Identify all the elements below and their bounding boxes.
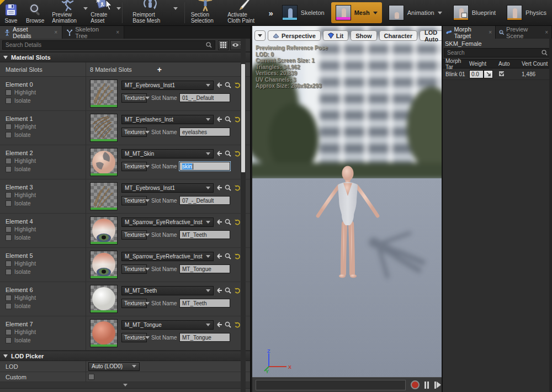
activate-cloth-paint-button[interactable]: Activate Cloth Paint [224,0,264,25]
slot-name-field[interactable]: 07_-_Default [179,196,230,205]
reimport-base-mesh-button[interactable]: Reimport Base Mesh [125,0,182,25]
highlight-checkbox[interactable] [6,89,12,96]
highlight-checkbox[interactable] [6,192,12,198]
mesh-dropdown-icon[interactable] [373,12,378,14]
reset-to-default-icon[interactable] [234,116,241,123]
lod-auto-button[interactable]: LOD Auto [420,30,442,41]
add-material-slot-button[interactable]: + [157,65,162,74]
pause-button[interactable] [424,382,429,389]
perspective-button[interactable]: Perspective [268,30,321,41]
browse-to-asset-icon[interactable] [225,116,231,123]
left-panel-scrollbar[interactable] [241,39,246,392]
use-selected-asset-icon[interactable] [216,82,222,88]
highlight-checkbox[interactable] [6,329,12,335]
use-selected-asset-icon[interactable] [216,253,222,259]
section-selection-button[interactable]: Section Selection [187,0,224,25]
use-selected-asset-icon[interactable] [216,219,222,225]
browse-to-asset-icon[interactable] [225,287,231,294]
col-weight[interactable]: Weight [469,61,498,67]
viewport-options-button[interactable] [254,30,266,41]
reset-to-default-icon[interactable] [234,321,241,328]
close-tab-icon[interactable]: × [489,29,492,35]
create-asset-button[interactable]: Create Asset [87,0,120,25]
material-select[interactable]: M_Sparrow_EyeRefractive_Inst [121,252,214,261]
isolate-checkbox[interactable] [6,132,12,138]
thumb-sphere-pink[interactable] [90,319,118,347]
material-slots-header[interactable]: Material Slots [0,52,250,62]
use-selected-asset-icon[interactable] [216,321,222,328]
isolate-checkbox[interactable] [6,337,12,343]
slot-name-field[interactable]: MT_Tongue [179,264,230,273]
preview-viewport[interactable]: Perspective Lit Show Character LOD Auto … [252,26,442,392]
slot-name-field[interactable]: MT_Tongue [179,333,230,342]
thumb-eyelashes[interactable] [90,114,118,142]
slot-name-field[interactable]: skin [179,162,230,171]
timeline-scrubber[interactable] [256,380,406,390]
browse-to-asset-icon[interactable] [225,150,231,157]
thumb-eyebrows[interactable] [90,80,118,108]
morph-target-row[interactable]: Blink 01 0.0 1,486 [443,68,552,80]
animation-dropdown-icon[interactable] [438,12,442,14]
browse-button[interactable]: Browse [22,0,48,25]
display-filter-grid-button[interactable] [218,40,229,50]
use-selected-asset-icon[interactable] [216,184,222,191]
isolate-checkbox[interactable] [6,235,12,241]
textures-button[interactable]: Textures [121,299,147,308]
material-select[interactable]: M_MT_Tongue [121,320,214,330]
browse-to-asset-icon[interactable] [225,321,231,328]
textures-button[interactable]: Textures [121,230,147,240]
mode-tab-skeleton[interactable]: Skeleton [278,2,329,23]
browse-to-asset-icon[interactable] [225,82,231,88]
col-auto[interactable]: Auto [498,61,522,67]
close-tab-icon[interactable]: × [116,29,119,35]
textures-button[interactable]: Textures [121,196,147,205]
morph-target-search-input[interactable]: Search [444,48,551,57]
slot-name-field[interactable]: MT_Teeth [179,299,230,308]
material-select[interactable]: MT_Eyebrows_Inst1 [121,81,214,90]
mode-tab-mesh[interactable]: Mesh [331,2,382,23]
reset-to-default-icon[interactable] [234,253,241,259]
search-details-input[interactable]: Search Details [2,40,215,50]
details-expander[interactable] [0,382,250,389]
reimport-dropdown-icon[interactable] [173,10,178,16]
close-tab-icon[interactable]: × [545,29,548,35]
material-select[interactable]: MT_Eyelashes_Inst [121,115,214,124]
use-selected-asset-icon[interactable] [216,150,222,157]
preview-animation-button[interactable]: Preview Animation [48,0,87,25]
isolate-checkbox[interactable] [6,98,12,104]
isolate-checkbox[interactable] [6,303,12,309]
material-select[interactable]: M_Sparrow_EyeRefractive_Inst [121,218,214,227]
textures-button[interactable]: Textures [121,93,147,103]
reset-to-default-icon[interactable] [234,219,241,225]
reset-to-default-icon[interactable] [234,287,241,294]
custom-checkbox[interactable] [88,374,94,380]
toolbar-overflow-chevron-icon[interactable]: » [264,8,276,18]
auto-checkbox[interactable] [498,71,505,77]
textures-button[interactable]: Textures [121,333,147,342]
tab-asset-details[interactable]: Asset Details × [0,26,62,39]
tab-morph-target[interactable]: Morph Target × [443,26,496,39]
browse-to-asset-icon[interactable] [225,184,231,191]
col-morph-target[interactable]: Morph Tar [443,58,469,70]
lit-button[interactable]: Lit [323,30,348,41]
lod-picker-header[interactable]: LOD Picker [0,351,250,361]
mode-tab-physics[interactable]: Physics [502,2,551,23]
use-selected-asset-icon[interactable] [216,287,222,294]
material-select[interactable]: MT_Eyebrows_Inst1 [121,183,214,193]
character-button[interactable]: Character [379,30,417,41]
slot-name-field[interactable]: eyelashes [179,128,230,136]
isolate-checkbox[interactable] [6,269,12,275]
textures-button[interactable]: Textures [121,128,147,137]
character-model[interactable] [304,165,392,284]
right-panel-scrollbar[interactable] [549,39,552,392]
close-tab-icon[interactable]: × [54,29,57,35]
step-forward-button[interactable] [434,382,441,389]
textures-button[interactable]: Textures [121,264,147,274]
create-asset-dropdown-icon[interactable] [116,10,121,16]
highlight-checkbox[interactable] [6,124,12,130]
highlight-checkbox[interactable] [6,295,12,301]
thumb-eye[interactable] [90,251,118,279]
scrollbar-thumb[interactable] [241,64,245,172]
tab-skeleton-tree[interactable]: Skeleton Tree × [62,26,124,39]
mode-tab-animation[interactable]: Animation [384,2,447,23]
